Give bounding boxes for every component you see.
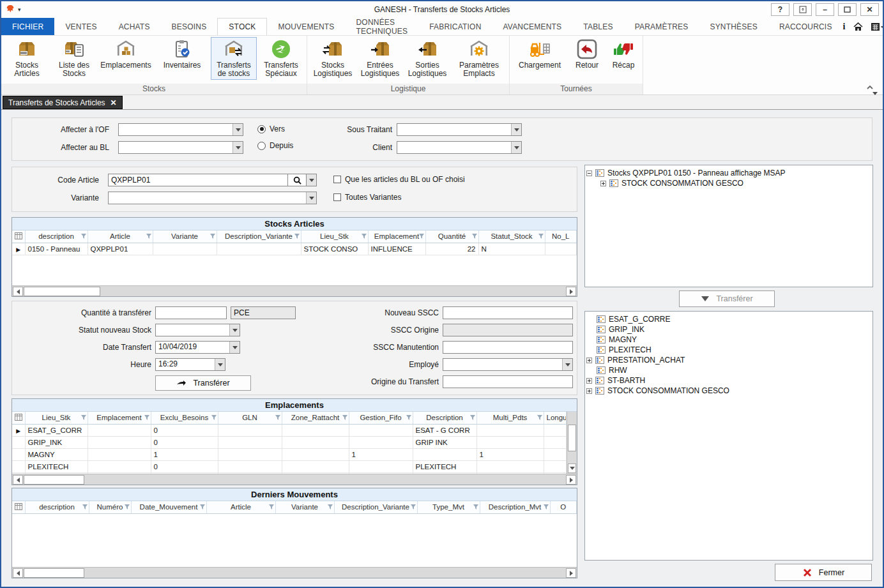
code-article-input[interactable] (108, 174, 288, 186)
scroll-left-icon[interactable] (13, 475, 23, 485)
expand-icon[interactable] (586, 358, 592, 363)
tab-tables[interactable]: TABLES (572, 18, 623, 35)
tab-raccourcis[interactable]: RACCOURCIS (768, 18, 843, 35)
filter-icon[interactable] (406, 415, 411, 420)
scroll-right-icon[interactable] (566, 568, 576, 578)
table-row[interactable]: GRIP_INK0GRIP INK (12, 436, 567, 448)
ribbon-recap-button[interactable]: Récap (607, 37, 640, 72)
tab-donnees-techniques[interactable]: DONNÉES TECHNIQUES (346, 18, 419, 35)
collapse-ribbon-icon[interactable] (866, 81, 874, 93)
tab-besoins[interactable]: BESOINS (161, 18, 218, 35)
tree-item[interactable]: STOCK CONSOMMATION GESCO (586, 386, 871, 396)
filter-icon[interactable] (146, 234, 151, 239)
scroll-thumb[interactable] (24, 475, 84, 485)
transferer-button[interactable]: Transférer (155, 375, 251, 391)
scroll-thumb[interactable] (24, 568, 84, 578)
tree-item-child[interactable]: STOCK CONSOMMATION GESCO (586, 178, 871, 188)
filter-icon[interactable] (362, 234, 367, 239)
scroll-down-icon[interactable] (568, 464, 576, 473)
tree-item[interactable]: GRIP_INK (586, 324, 871, 335)
tab-avancements[interactable]: AVANCEMENTS (492, 18, 573, 35)
tree-item[interactable]: ST-BARTH (586, 375, 871, 386)
expand-icon[interactable] (586, 388, 592, 394)
table-row[interactable]: PLEXITECH0PLEXITECH (12, 460, 567, 472)
tree-item[interactable]: MAGNY (586, 335, 871, 345)
code-article-dropdown[interactable] (306, 174, 317, 186)
filter-icon[interactable] (294, 234, 300, 239)
horizontal-scrollbar[interactable] (12, 567, 577, 578)
help-button[interactable]: ? (771, 3, 789, 16)
radio-depuis[interactable]: Depuis (257, 141, 293, 150)
tree-item-root[interactable]: Stocks QXPPLP01 0150 - Panneau affichage… (586, 168, 871, 178)
statut-combo[interactable] (155, 324, 240, 336)
sscc-manut-input[interactable] (443, 341, 573, 354)
scroll-thumb[interactable] (24, 287, 100, 296)
filter-icon[interactable] (472, 234, 477, 239)
scroll-right-icon[interactable] (566, 287, 576, 296)
tab-ventes[interactable]: VENTES (54, 18, 107, 35)
close-button[interactable]: ✕ (860, 3, 879, 16)
radio-vers[interactable]: Vers (257, 124, 285, 133)
filter-icon[interactable] (81, 234, 86, 239)
ribbon-transferts-speciaux-button[interactable]: Transferts Spéciaux (258, 37, 304, 80)
filter-icon[interactable] (342, 415, 347, 420)
home-icon[interactable] (853, 22, 863, 31)
filter-icon[interactable] (537, 415, 542, 420)
info-icon[interactable]: i (843, 22, 846, 32)
pin-ribbon-button[interactable] (793, 3, 812, 16)
chevron-down-icon[interactable] (232, 124, 243, 135)
date-combo[interactable]: 10/04/2019 (155, 341, 240, 354)
filter-icon[interactable] (544, 504, 549, 509)
tab-stock[interactable]: STOCK (217, 18, 267, 35)
chevron-down-icon[interactable] (232, 142, 243, 153)
client-combo[interactable] (397, 141, 522, 154)
ribbon-chargement-button[interactable]: Chargement (512, 37, 567, 72)
chevron-down-icon[interactable] (562, 359, 572, 370)
sscc-new-input[interactable] (443, 306, 573, 319)
table-row[interactable]: ▶ESAT_G_CORR0ESAT - G CORR (12, 424, 567, 436)
horizontal-scrollbar[interactable] (12, 285, 577, 296)
chevron-down-icon[interactable] (511, 124, 521, 135)
filter-icon[interactable] (275, 415, 280, 420)
fermer-button[interactable]: Fermer (775, 564, 872, 581)
filter-icon[interactable] (419, 234, 424, 239)
ribbon-inventaires-button[interactable]: Inventaires (155, 37, 210, 72)
expand-icon[interactable] (586, 378, 592, 384)
app-logo[interactable]: ▾ (5, 4, 21, 15)
scroll-left-icon[interactable] (13, 287, 23, 296)
tree-transferer-button[interactable]: Transférer (679, 290, 775, 307)
document-tab[interactable]: Transferts de Stocks Articles ✕ (3, 96, 123, 109)
grid-calc-icon[interactable] (871, 22, 883, 31)
check-toutes-variantes[interactable]: Toutes Variantes (333, 193, 402, 202)
ribbon-stocks-articles-button[interactable]: Stocks Articles (4, 37, 50, 80)
tab-fichier[interactable]: FICHIER (1, 18, 54, 35)
filter-icon[interactable] (81, 415, 86, 420)
ribbon-stocks-logistiques-button[interactable]: Stocks Logistiques (310, 37, 356, 80)
filter-icon[interactable] (411, 504, 416, 509)
collapse-icon[interactable] (586, 170, 592, 176)
filter-icon[interactable] (211, 415, 217, 420)
scroll-right-icon[interactable] (566, 475, 576, 485)
filter-icon[interactable] (538, 234, 544, 239)
tab-achats[interactable]: ACHATS (108, 18, 161, 35)
tree-item[interactable]: PLEXITECH (586, 345, 871, 355)
expand-icon[interactable] (600, 181, 606, 186)
ribbon-emplacements-button[interactable]: Emplacements (98, 37, 153, 72)
filter-icon[interactable] (144, 415, 149, 420)
chevron-down-icon[interactable] (229, 342, 240, 353)
variante-combo[interactable] (108, 192, 317, 204)
tab-list-caret-icon[interactable] (873, 95, 878, 107)
tree-item[interactable]: RHW (586, 365, 871, 375)
filter-icon[interactable] (470, 415, 475, 420)
of-combo[interactable] (118, 123, 243, 136)
minimize-button[interactable]: – (816, 3, 834, 16)
table-row[interactable]: ▶ 0150 - PanneauQXPPLP01STOCK CONSOINFLU… (12, 243, 577, 255)
search-button[interactable] (287, 174, 307, 186)
scroll-thumb[interactable] (568, 425, 576, 451)
tab-syntheses[interactable]: SYNTHÈSES (699, 18, 768, 35)
employe-combo[interactable] (443, 358, 573, 371)
tab-close-icon[interactable]: ✕ (111, 98, 117, 107)
select-all-cell[interactable] (12, 412, 25, 424)
filter-icon[interactable] (210, 234, 215, 239)
tree-item[interactable]: ESAT_G_CORRE (586, 314, 871, 324)
